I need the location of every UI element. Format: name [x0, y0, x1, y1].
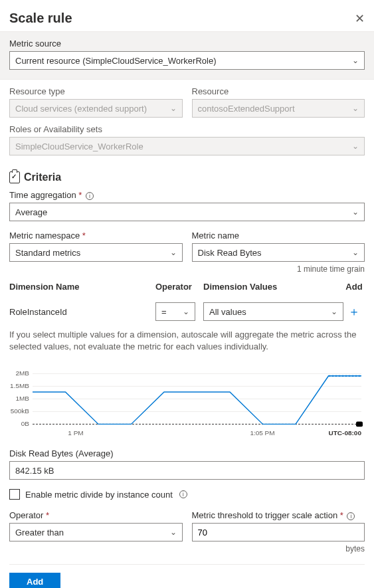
chevron-down-icon: ⌄ [352, 56, 359, 65]
dimension-values-select[interactable]: All values ⌄ [203, 302, 343, 321]
y-tick: 1.5MB [10, 383, 29, 390]
threshold-unit: bytes [192, 544, 365, 553]
dim-header-op: Operator [155, 282, 203, 292]
resource-type-value: Cloud services (extended support) [15, 104, 147, 114]
operator-select[interactable]: Greater than ⌄ [9, 523, 183, 541]
dimension-name: RoleInstanceId [9, 307, 155, 317]
add-button[interactable]: Add [9, 573, 60, 588]
divide-by-instance-label: Enable metric divide by instance count [25, 490, 173, 500]
clipboard-check-icon [9, 171, 20, 183]
time-aggregation-value: Average [15, 207, 47, 217]
chevron-down-icon: ⌄ [352, 207, 359, 217]
chevron-down-icon: ⌄ [170, 248, 177, 257]
resource-label: Resource [192, 86, 365, 96]
chevron-down-icon: ⌄ [352, 104, 359, 113]
metric-source-label: Metric source [9, 39, 365, 49]
metric-namespace-select[interactable]: Standard metrics ⌄ [9, 243, 183, 262]
metric-name-value: Disk Read Bytes [198, 248, 262, 258]
resource-value: contosoExtendedSupport [198, 104, 295, 114]
chart-series-line [33, 376, 361, 425]
threshold-input[interactable] [192, 523, 365, 541]
timezone-label: UTC-08:00 [329, 430, 362, 437]
roles-value: SimpleCloudService_WorkerRole [15, 142, 143, 151]
chevron-down-icon: ⌄ [170, 528, 177, 537]
roles-label: Roles or Availability sets [9, 124, 365, 134]
metric-namespace-label: Metric namespace * [9, 231, 183, 241]
info-icon[interactable]: i [86, 192, 94, 200]
add-dimension-icon[interactable]: ＋ [348, 305, 360, 318]
chevron-down-icon: ⌄ [352, 248, 359, 257]
info-icon[interactable]: i [347, 512, 355, 520]
chart-current-marker [356, 422, 363, 427]
readout-label: Disk Read Bytes (Average) [9, 448, 365, 458]
time-aggregation-label: Time aggregation * i [9, 190, 365, 200]
metric-name-select[interactable]: Disk Read Bytes ⌄ [192, 243, 365, 262]
roles-select: SimpleCloudService_WorkerRole ⌄ [9, 137, 365, 155]
dimension-row: RoleInstanceId = ⌄ All values ⌄ ＋ [9, 296, 365, 325]
x-tick: 1 PM [68, 430, 83, 437]
dimension-values-value: All values [209, 307, 246, 317]
readout-value: 842.15 kB [15, 466, 54, 476]
chevron-down-icon: ⌄ [352, 142, 359, 151]
divide-by-instance-checkbox[interactable] [9, 489, 20, 500]
metric-chart: 2MB 1.5MB 1MB 500kB 0B 1 PM 1:05 PM UTC-… [9, 361, 365, 447]
dim-header-name: Dimension Name [9, 282, 155, 292]
x-tick: 1:05 PM [250, 430, 274, 437]
metric-source-value: Current resource (SimpleCloudService_Wor… [15, 56, 216, 66]
dimension-operator-value: = [161, 307, 167, 317]
dimension-operator-select[interactable]: = ⌄ [155, 302, 195, 321]
chevron-down-icon: ⌄ [331, 307, 337, 316]
operator-value: Greater than [15, 528, 64, 538]
time-aggregation-select[interactable]: Average ⌄ [9, 203, 365, 221]
y-tick: 2MB [15, 370, 29, 377]
panel-title: Scale rule [9, 11, 72, 26]
operator-label: Operator * [9, 510, 183, 520]
metric-name-label: Metric name [192, 231, 365, 241]
time-grain-text: 1 minute time grain [9, 264, 365, 274]
y-tick: 1MB [15, 395, 29, 403]
metric-source-select[interactable]: Current resource (SimpleCloudService_Wor… [9, 51, 365, 70]
y-tick: 500kB [11, 408, 29, 415]
resource-type-label: Resource type [9, 86, 183, 96]
criteria-heading: Criteria [24, 171, 61, 183]
threshold-label: Metric threshold to trigger scale action… [192, 510, 365, 520]
close-icon[interactable]: ✕ [355, 13, 365, 25]
dimension-hint: If you select multiple values for a dime… [9, 329, 365, 353]
readout-value-box: 842.15 kB [9, 461, 365, 480]
y-tick: 0B [21, 421, 29, 428]
dim-header-add: Add [343, 282, 365, 292]
chevron-down-icon: ⌄ [183, 307, 189, 316]
chevron-down-icon: ⌄ [170, 104, 177, 113]
resource-type-select: Cloud services (extended support) ⌄ [9, 99, 183, 118]
metric-namespace-value: Standard metrics [15, 248, 80, 258]
resource-select: contosoExtendedSupport ⌄ [192, 99, 365, 118]
info-icon[interactable]: i [179, 490, 187, 498]
dim-header-val: Dimension Values [203, 282, 343, 292]
